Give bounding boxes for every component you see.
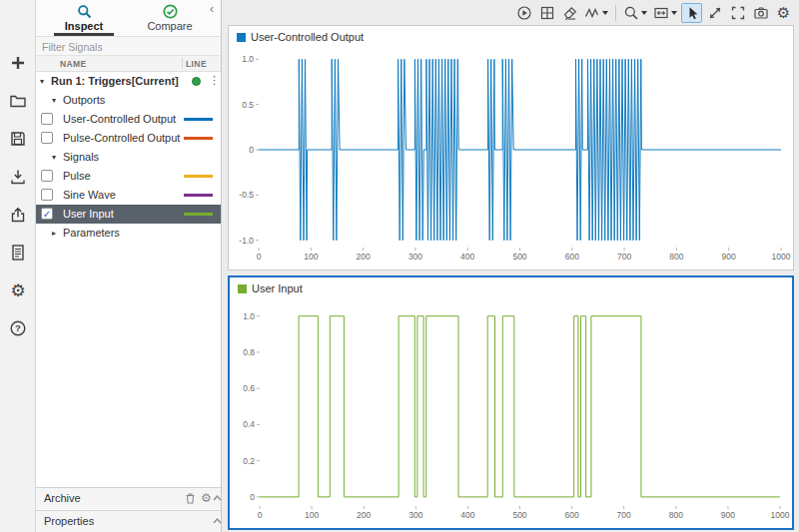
fullscreen-button[interactable] [727,3,748,23]
pointer-button[interactable] [681,3,702,23]
signal-wave-icon [584,5,600,21]
svg-text:600: 600 [565,510,579,520]
plot-canvas-top-plot[interactable]: 01002003004005006007008009001000-1.0-0.5… [229,26,793,269]
pan-button[interactable] [704,3,725,23]
expand-arrow-icon[interactable]: ▸ [52,229,56,238]
svg-text:0: 0 [249,145,254,155]
signal-checkbox[interactable]: ✓ [41,208,53,220]
signal-label: Pulse-Controlled Output [63,132,180,144]
signal-row-pulse-controlled-output[interactable]: Pulse-Controlled Output [36,129,221,148]
snapshot-button[interactable] [750,3,771,23]
svg-text:-0.5: -0.5 [239,190,254,200]
signal-checkbox[interactable] [41,132,53,144]
export-icon [9,206,27,224]
signal-label: User Input [63,208,114,220]
properties-bar[interactable]: Properties [36,510,221,532]
plot-panel-user-input[interactable]: User Input 01002003004005006007008009001… [228,275,794,530]
plot-canvas-bottom-plot[interactable]: 0100200300400500600700800900100000.20.40… [230,277,792,528]
signal-line-swatch [184,194,213,197]
tab-compare[interactable]: Compare [132,0,208,36]
expand-arrow-icon[interactable]: ▾ [40,77,44,86]
export-button[interactable] [7,204,29,226]
archive-collapse-icon[interactable] [212,492,223,506]
svg-text:300: 300 [408,510,422,520]
archive-gear-icon[interactable]: ⚙ [201,491,212,505]
expand-arrow-icon[interactable]: ▾ [52,96,56,105]
group-label: Signals [63,151,99,163]
run-status-dot [192,77,201,86]
svg-text:700: 700 [617,510,631,520]
svg-text:500: 500 [512,510,526,520]
svg-text:700: 700 [617,252,631,262]
svg-text:0.2: 0.2 [243,456,255,466]
svg-text:0: 0 [257,252,262,262]
tree-column-header: NAME LINE [36,56,221,72]
signal-checkbox[interactable] [41,170,53,182]
toolbar-divider [615,5,616,21]
svg-text:1.0: 1.0 [242,54,254,64]
trash-icon[interactable] [184,492,197,507]
signal-options-button[interactable] [582,3,610,23]
signal-browser-panel: Inspect Compare ‹ NAME LINE ▾Run 1: Trig… [36,0,222,532]
column-divider [182,58,183,69]
create-report-button[interactable] [7,242,29,264]
save-button[interactable] [7,128,29,150]
svg-text:900: 900 [721,510,735,520]
group-row-parameters[interactable]: ▸Parameters [36,224,221,243]
signal-row-user-controlled-output[interactable]: User-Controlled Output [36,110,221,129]
expand-arrow-icon[interactable]: ▾ [52,153,56,162]
clear-plots-button[interactable] [559,3,580,23]
group-row-outports[interactable]: ▾Outports [36,91,221,110]
svg-text:100: 100 [305,510,319,520]
zoom-button[interactable] [621,3,649,23]
layout-grid-icon [539,5,555,21]
plot-panel-user-controlled-output[interactable]: User-Controlled Output 01002003004005006… [228,25,794,270]
chevron-down-icon [602,11,608,15]
open-button[interactable] [7,90,29,112]
collapse-panel-button[interactable]: ‹ [205,3,219,17]
import-icon [9,168,27,186]
signal-tree: ▾Run 1: Triggers[Current]⋮▾OutportsUser-… [36,72,221,487]
signal-row-user-input[interactable]: ✓User Input [36,205,221,224]
column-name-label: NAME [60,59,87,69]
signal-row-sine-wave[interactable]: Sine Wave [36,186,221,205]
help-button[interactable]: ? [7,317,29,339]
group-row-signals[interactable]: ▾Signals [36,148,221,167]
run-icon [516,5,532,21]
run-menu-icon[interactable]: ⋮ [209,74,220,87]
svg-text:1.0: 1.0 [243,311,255,321]
signal-checkbox[interactable] [41,113,53,125]
tab-inspect[interactable]: Inspect [46,0,122,36]
svg-text:-1.0: -1.0 [239,236,254,246]
import-button[interactable] [7,166,29,188]
properties-label: Properties [44,515,94,527]
filter-signals-input[interactable] [36,38,221,56]
svg-text:?: ? [15,322,21,333]
plot-legend: User-Controlled Output [237,31,364,43]
search-icon [77,4,92,19]
properties-collapse-icon[interactable] [212,515,223,529]
archive-label: Archive [44,492,81,504]
svg-text:1000: 1000 [771,510,790,520]
archive-bar[interactable]: Archive ⚙ [36,487,221,509]
preferences-button[interactable]: ⚙ [7,279,29,301]
legend-swatch [237,33,246,42]
run-row-run-1-triggers-current[interactable]: ▾Run 1: Triggers[Current]⋮ [36,72,221,91]
signal-checkbox[interactable] [41,189,53,201]
tab-compare-label: Compare [147,20,192,32]
signal-row-pulse[interactable]: Pulse [36,167,221,186]
add-button[interactable] [7,52,29,74]
save-icon [9,130,27,148]
legend-label: User-Controlled Output [251,31,364,43]
camera-icon [753,5,769,21]
chevron-down-icon [641,11,647,15]
svg-text:0.4: 0.4 [243,419,255,429]
cursor-arrow-icon [684,5,700,21]
gear-icon: ⚙ [777,4,790,22]
subplots-layout-button[interactable] [536,3,557,23]
gear-icon: ⚙ [10,282,25,299]
help-icon: ? [9,319,27,337]
run-button[interactable] [513,3,534,23]
settings-button[interactable]: ⚙ [773,3,794,23]
fit-to-view-button[interactable] [651,3,679,23]
